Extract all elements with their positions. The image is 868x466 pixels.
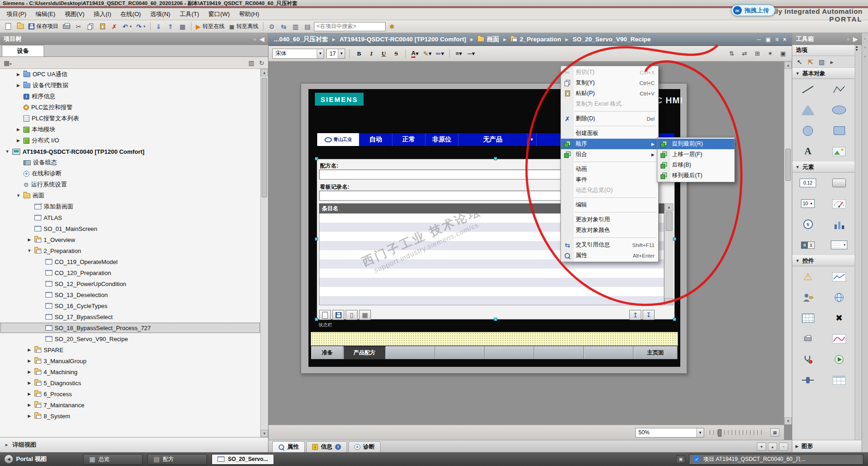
chevron-right-icon[interactable]: ▶ [27, 403, 32, 407]
zoom-slider[interactable] [710, 430, 765, 435]
format-tool-icon[interactable]: ⊞ [752, 49, 762, 59]
toolbox-options-bar[interactable]: 选项 [792, 45, 862, 56]
tree-item[interactable]: SO_18_BypassSelect_Process_727 [0, 322, 260, 333]
toolbox-section-header[interactable]: ▼元素 [792, 162, 862, 173]
save-project-button[interactable]: 保存项目 [27, 21, 60, 32]
chevron-right-icon[interactable]: ▶ [27, 237, 32, 242]
border-color-button[interactable]: ✏▾ [435, 49, 445, 59]
canvas-scrollbar[interactable]: ▲ ▼ [784, 62, 792, 425]
selection-handle[interactable] [315, 237, 318, 241]
upload-button[interactable]: ⇑ [165, 21, 176, 32]
html-browser-tool[interactable] [823, 287, 855, 308]
inspector-tab[interactable]: i信息i [306, 441, 347, 452]
media-player-tool[interactable] [823, 349, 855, 370]
library-button[interactable]: ✱ [386, 21, 398, 32]
spin-field-tool[interactable]: 10▼ [792, 193, 823, 214]
align-button[interactable]: ≡▾ [454, 49, 464, 59]
context-menu-item[interactable]: ✗删除(D)Del [561, 113, 658, 124]
taskbar-button[interactable]: ▦总览 [83, 454, 143, 465]
tree-item[interactable]: ▼AT19419-QSDCT-RC0040 [TP1200 Comfort] [0, 146, 260, 157]
tree-item[interactable]: 添加新画面 [0, 201, 260, 212]
hmi-screen-tab[interactable]: 产品配方 [343, 346, 386, 359]
format-tool-icon[interactable]: ▣ [778, 49, 788, 59]
window-control-icon[interactable]: ≡ [775, 37, 778, 42]
chevron-right-icon[interactable]: ▶ [27, 381, 32, 385]
tree-item[interactable]: ▼2_Preparation [0, 245, 260, 256]
recipe-download-button[interactable]: ↧ [643, 310, 655, 320]
polyline-tool[interactable] [823, 79, 855, 100]
fx-trend-tool[interactable] [823, 328, 855, 349]
circle-tool[interactable] [792, 120, 823, 141]
font-family-select[interactable]: 宋体▼ [272, 49, 324, 59]
undo-button[interactable]: ↶▾ [121, 21, 134, 32]
split-vertical-button[interactable]: ▤ [302, 21, 313, 32]
line-style-button[interactable]: ─▾ [466, 49, 476, 59]
table-view-tool[interactable] [823, 370, 855, 390]
screen-preview-button[interactable]: ▣ [676, 455, 685, 463]
context-menu-item[interactable]: 动态化总览(O) [561, 185, 658, 196]
chevron-right-icon[interactable]: ▶ [16, 138, 21, 143]
chevron-right-icon[interactable]: ▶ [27, 348, 32, 352]
tree-refresh-icon[interactable]: ↻ [259, 60, 264, 66]
print-button[interactable] [61, 21, 72, 32]
tree-item[interactable]: ▼画面 [0, 190, 260, 201]
date-time-field-tool[interactable]: 5 [792, 214, 823, 235]
menu-item[interactable]: 插入(I) [89, 8, 116, 20]
tree-item[interactable]: SO_13_Deselection [0, 289, 260, 300]
hmi-screen-tab[interactable] [386, 346, 435, 359]
chevron-right-icon[interactable]: ▶ [16, 83, 21, 88]
redo-button[interactable]: ↷▾ [134, 21, 147, 32]
scroll-up-icon[interactable]: ▲ [665, 203, 673, 211]
hmi-screen-tab[interactable] [435, 346, 485, 359]
recipe-export-button[interactable] [319, 310, 331, 320]
tree-filter-icon[interactable]: ▦▾ [4, 60, 11, 66]
menu-item[interactable]: 编辑(E) [31, 8, 60, 20]
scroll-down-icon[interactable]: ▼ [855, 48, 862, 51]
context-menu-item[interactable]: 属性Alt+Enter [561, 250, 658, 261]
tree-item[interactable]: ▶4_Machining [0, 366, 260, 377]
dock-down-icon[interactable]: ▾ [757, 443, 766, 451]
recipe-table-button[interactable]: ▦ [359, 310, 371, 320]
paste-button[interactable] [97, 21, 108, 32]
hmi-nav-button[interactable]: 正常 [392, 133, 426, 146]
recipe-view-tool[interactable] [792, 308, 823, 328]
section-graphics[interactable]: ▶ 图形 [792, 440, 862, 452]
go-online-button[interactable]: ▶转至在线 [194, 21, 227, 32]
graphic-view-tool[interactable] [823, 141, 855, 162]
menu-item[interactable]: 工具(T) [175, 8, 204, 20]
chevron-right-icon[interactable]: ▶ [27, 370, 32, 374]
font-size-select[interactable]: 17▼ [326, 49, 345, 59]
tree-item[interactable]: 在线和诊断 [0, 168, 260, 179]
context-menu-item[interactable]: 顺序▶ [561, 139, 658, 149]
alarm-view-tool[interactable]: ⚠ [792, 266, 823, 287]
tree-item[interactable]: CO_119_OperateModel [0, 256, 260, 267]
style-underline-button[interactable]: U [379, 49, 389, 59]
tree-item[interactable]: ▶7_Maintanance [0, 399, 260, 410]
recipe-save-button[interactable] [332, 310, 344, 320]
context-menu-item[interactable]: 复制(Y)Ctrl+C [561, 78, 658, 88]
scroll-down-icon[interactable]: ▼ [261, 430, 268, 437]
tree-scroll-thumb[interactable] [262, 78, 267, 197]
collapse-panel-icon[interactable]: ▶ [853, 36, 858, 42]
toolbox-section-header[interactable]: ▼基本对象 [792, 68, 862, 79]
recipe-delete-button[interactable]: ▯ [346, 310, 358, 320]
window-control-icon[interactable]: × [783, 37, 786, 42]
style-strike-button[interactable]: S [391, 49, 401, 59]
trend-view-tool[interactable] [823, 266, 855, 287]
print-job-tool[interactable] [792, 328, 823, 349]
taskbar-button[interactable]: ▤配方 [147, 454, 207, 465]
submenu-item[interactable]: 移到最后(T) [657, 170, 734, 181]
submenu-item[interactable]: 上移一层(F) [657, 149, 734, 160]
tree-item[interactable]: 设备组态 [0, 157, 260, 168]
new-project-button[interactable] [3, 21, 14, 32]
hmi-screen-tab[interactable]: 准备 [311, 346, 343, 359]
context-menu-item[interactable]: 粘贴(P)Ctrl+V [561, 88, 658, 99]
io-field-tool[interactable]: 0.12 [792, 173, 823, 193]
tree-scrollbar[interactable]: ▲ ▼ [260, 69, 268, 437]
selection-handle[interactable] [494, 318, 497, 321]
context-menu-item[interactable]: 更改对象引用 [561, 214, 658, 225]
font-color-button[interactable]: A▾ [410, 49, 420, 59]
scroll-up-icon[interactable]: ▲ [784, 62, 792, 69]
selection-handle[interactable] [315, 157, 318, 160]
tree-item[interactable]: PLC报警文本列表 [0, 113, 260, 124]
